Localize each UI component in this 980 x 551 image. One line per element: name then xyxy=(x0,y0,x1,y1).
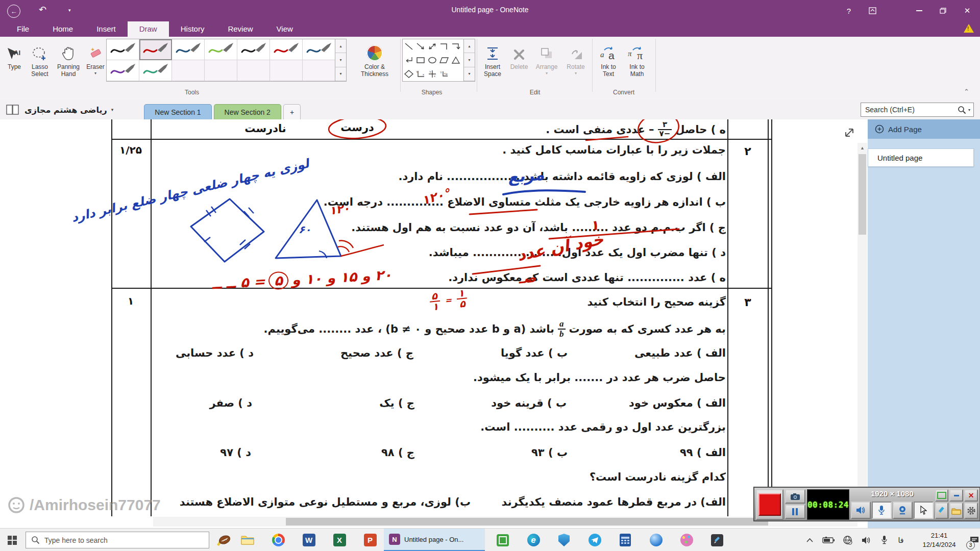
tab-review[interactable]: Review xyxy=(216,21,264,37)
section-tab-1[interactable]: New Section 1 xyxy=(144,104,211,120)
tab-history[interactable]: History xyxy=(169,21,216,37)
tab-insert[interactable]: Insert xyxy=(85,21,128,37)
taskbar-powerpoint[interactable]: P xyxy=(358,529,382,551)
page-list-item[interactable]: Untitled page xyxy=(868,148,974,167)
taskbar-telegram[interactable] xyxy=(583,529,606,551)
minimize-button[interactable] xyxy=(908,0,931,21)
tray-battery-icon[interactable] xyxy=(820,529,837,551)
screenshot-button[interactable] xyxy=(785,489,805,504)
pen-swatch[interactable] xyxy=(139,60,172,81)
shape-axes-cross-icon[interactable]: Yx xyxy=(426,67,438,81)
taskbar-green-app[interactable] xyxy=(491,529,514,551)
tab-view[interactable]: View xyxy=(265,21,305,37)
lasso-select-button[interactable]: Lasso Select xyxy=(27,39,53,96)
shape-axes-icon[interactable]: Yx xyxy=(414,67,426,81)
record-sound-button[interactable] xyxy=(851,502,871,519)
taskbar-journal-app[interactable] xyxy=(705,529,729,551)
qat-customize-icon[interactable]: ▾ xyxy=(68,8,71,13)
tab-home[interactable]: Home xyxy=(41,21,85,37)
ribbon-display-options-icon[interactable] xyxy=(864,0,881,21)
search-scope-dropdown-icon[interactable]: ▾ xyxy=(968,108,970,112)
shape-arrow-left-icon[interactable] xyxy=(403,53,414,67)
shape-corner-icon[interactable] xyxy=(438,39,450,53)
pen-swatch[interactable] xyxy=(237,39,270,60)
webcam-button[interactable] xyxy=(893,502,913,519)
capture-cursor-button[interactable] xyxy=(914,502,934,519)
pen-swatch-empty[interactable] xyxy=(205,60,237,81)
taskbar-excel[interactable]: X xyxy=(328,529,351,551)
pen-swatch[interactable] xyxy=(270,39,303,60)
pen-gallery-more-icon[interactable]: ▾ xyxy=(335,67,346,81)
shape-double-arrow-icon[interactable] xyxy=(426,39,438,53)
stop-record-button[interactable] xyxy=(756,489,783,520)
sync-warning-icon[interactable]: ! xyxy=(964,24,974,33)
tray-volume-icon[interactable] xyxy=(859,529,874,551)
taskbar-edge[interactable]: e xyxy=(522,529,545,551)
tab-draw[interactable]: Draw xyxy=(128,21,169,37)
pen-swatch[interactable] xyxy=(303,39,335,60)
rotate-button[interactable]: Rotate ▾ xyxy=(562,39,589,96)
page-canvas[interactable]: نادرست درست ه ) حاصل ۳ ۷− – عددی منفی اس… xyxy=(0,119,868,528)
taskbar-sphere-app[interactable] xyxy=(644,529,668,551)
taskbar-search-box[interactable]: Type here to search xyxy=(26,532,209,548)
undo-icon[interactable]: ↶ xyxy=(39,4,46,15)
collapse-ribbon-icon[interactable]: ⌃ xyxy=(964,88,969,95)
recorder-settings-button[interactable] xyxy=(964,503,978,519)
section-tab-2[interactable]: New Section 2 xyxy=(214,104,281,120)
taskbar-paint-app[interactable] xyxy=(675,529,698,551)
pen-swatch[interactable] xyxy=(107,60,139,81)
ink-to-math-button[interactable]: ππ Ink to Math xyxy=(624,39,650,96)
close-button[interactable]: ✕ xyxy=(954,0,980,21)
open-folder-button[interactable] xyxy=(949,503,963,519)
vscrollbar-thumb[interactable] xyxy=(859,154,866,235)
pen-swatch-empty[interactable] xyxy=(270,60,303,81)
add-page-button[interactable]: Add Page xyxy=(868,119,980,139)
eraser-button[interactable]: ✦ Eraser ▾ xyxy=(84,39,107,96)
pen-swatch[interactable] xyxy=(205,39,237,60)
pen-swatch[interactable] xyxy=(139,39,172,60)
search-box[interactable]: Search (Ctrl+E) ▾ xyxy=(861,103,974,117)
shape-arrow-icon[interactable] xyxy=(414,39,426,53)
insert-space-button[interactable]: Insert Space xyxy=(480,39,505,96)
action-center-button[interactable]: 3 xyxy=(969,529,980,551)
type-button[interactable]: AI Type xyxy=(3,39,26,96)
tray-language-indicator[interactable]: فا xyxy=(892,529,910,551)
ink-to-text-button[interactable]: aa Ink to Text xyxy=(595,39,622,96)
help-button[interactable]: ? xyxy=(840,0,857,21)
taskbar-active-onenote-task[interactable]: N Untitled page - On... xyxy=(384,529,485,551)
back-icon[interactable]: ← xyxy=(7,5,20,18)
taskbar-chrome[interactable] xyxy=(266,529,290,551)
shape-line-icon[interactable] xyxy=(403,39,414,53)
start-button[interactable] xyxy=(0,529,24,551)
taskbar-word[interactable]: W xyxy=(297,529,321,551)
pen-swatch[interactable] xyxy=(172,39,205,60)
notebook-dropdown-icon[interactable]: ▾ xyxy=(111,107,114,112)
panning-hand-button[interactable]: Panning Hand xyxy=(54,39,83,96)
delete-button[interactable]: Delete xyxy=(507,39,531,96)
shapes-scroll-down-icon[interactable]: ▾ xyxy=(464,53,475,67)
pen-scroll-up-icon[interactable]: ▴ xyxy=(335,39,346,53)
hscrollbar-thumb[interactable] xyxy=(286,518,768,525)
tray-clock[interactable]: 21:41 12/14/2024 xyxy=(911,529,968,551)
pen-swatch-empty[interactable] xyxy=(303,60,335,81)
shape-corner-arrow-icon[interactable] xyxy=(450,39,461,53)
tray-mic-icon[interactable] xyxy=(877,529,891,551)
eraser-dropdown-icon[interactable]: ▾ xyxy=(94,71,96,76)
shape-triangle-icon[interactable] xyxy=(450,53,461,67)
color-thickness-button[interactable]: Color & Thickness xyxy=(351,39,398,96)
shapes-gallery-more-icon[interactable]: ▾ xyxy=(464,67,475,81)
restore-button[interactable] xyxy=(931,0,954,21)
pen-swatch-empty[interactable] xyxy=(172,60,205,81)
vscroll-up-button[interactable]: ▲ xyxy=(857,143,867,153)
search-highlight-football-icon[interactable] xyxy=(211,529,234,551)
taskbar-security-app[interactable] xyxy=(552,529,576,551)
tray-show-hidden-icon[interactable] xyxy=(802,529,817,551)
arrange-button[interactable]: Arrange ▾ xyxy=(532,39,561,96)
taskbar-file-explorer[interactable] xyxy=(236,529,259,551)
shape-ellipse-icon[interactable] xyxy=(426,53,438,67)
tab-file[interactable]: File xyxy=(5,21,41,37)
notebook-name[interactable]: ریاضی هشتم مجازی xyxy=(24,105,107,115)
recorder-close-button[interactable]: ✕ xyxy=(964,489,978,502)
shape-parallelogram-icon[interactable] xyxy=(438,53,450,67)
full-page-view-icon[interactable] xyxy=(842,126,856,140)
